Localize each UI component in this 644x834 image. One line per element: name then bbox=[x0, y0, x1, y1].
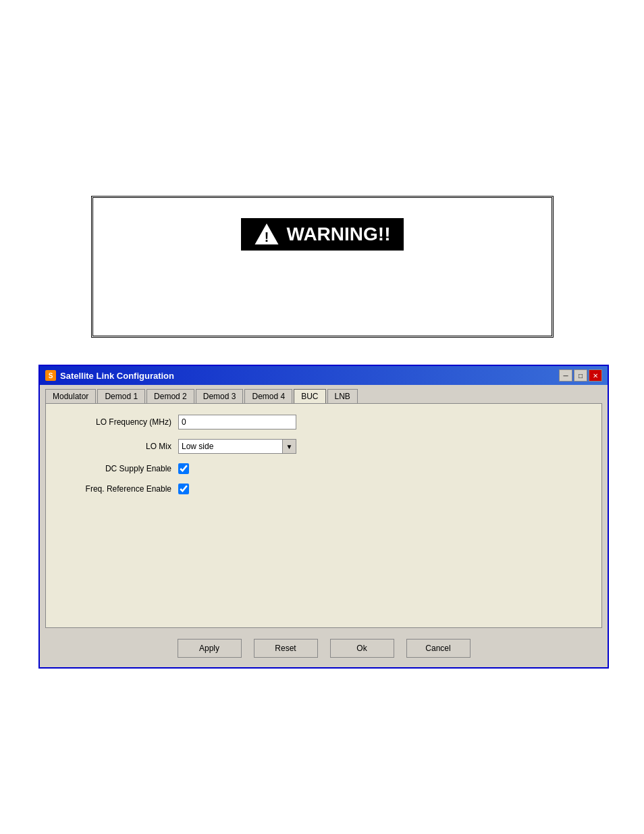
reset-button[interactable]: Reset bbox=[254, 639, 318, 658]
tab-lnb[interactable]: LNB bbox=[327, 389, 358, 403]
close-button[interactable]: ✕ bbox=[589, 369, 602, 382]
ok-button[interactable]: Ok bbox=[330, 639, 394, 658]
tab-buc[interactable]: BUC bbox=[294, 389, 325, 403]
tab-demod3[interactable]: Demod 3 bbox=[196, 389, 244, 403]
lo-mix-dropdown-arrow[interactable]: ▼ bbox=[282, 440, 296, 453]
maximize-button[interactable]: □ bbox=[574, 369, 587, 382]
titlebar-controls: ─ □ ✕ bbox=[559, 369, 602, 382]
tab-demod1[interactable]: Demod 1 bbox=[97, 389, 145, 403]
tab-demod4[interactable]: Demod 4 bbox=[244, 389, 292, 403]
tabs-area: Modulator Demod 1 Demod 2 Demod 3 Demod … bbox=[40, 385, 608, 403]
lo-mix-select[interactable]: Low side ▼ bbox=[178, 439, 296, 454]
dialog-icon: S bbox=[45, 370, 56, 381]
titlebar-left: S Satellite Link Configuration bbox=[45, 370, 174, 381]
lo-frequency-label: LO Frequency (MHz) bbox=[57, 417, 178, 427]
dialog-window: S Satellite Link Configuration ─ □ ✕ Mod… bbox=[38, 365, 609, 669]
tab-demod2[interactable]: Demod 2 bbox=[146, 389, 194, 403]
dc-supply-checkbox[interactable] bbox=[178, 463, 189, 474]
lo-mix-value: Low side bbox=[179, 440, 282, 452]
warning-triangle-icon: ! bbox=[254, 224, 279, 245]
freq-ref-row: Freq. Reference Enable bbox=[57, 484, 591, 494]
button-bar: Apply Reset Ok Cancel bbox=[40, 633, 608, 667]
warning-box: ! WARNING!! bbox=[91, 196, 554, 338]
warning-text: WARNING!! bbox=[287, 224, 391, 245]
dc-supply-label: DC Supply Enable bbox=[57, 464, 178, 473]
dc-supply-row: DC Supply Enable bbox=[57, 463, 591, 474]
dialog-title: Satellite Link Configuration bbox=[60, 371, 174, 381]
minimize-button[interactable]: ─ bbox=[559, 369, 572, 382]
lo-frequency-row: LO Frequency (MHz) bbox=[57, 415, 591, 429]
dialog-titlebar: S Satellite Link Configuration ─ □ ✕ bbox=[40, 366, 608, 385]
warning-banner: ! WARNING!! bbox=[241, 218, 404, 251]
svg-text:!: ! bbox=[264, 230, 269, 244]
freq-ref-checkbox[interactable] bbox=[178, 484, 189, 494]
content-panel: LO Frequency (MHz) LO Mix Low side ▼ DC … bbox=[45, 403, 602, 628]
lo-frequency-input[interactable] bbox=[178, 415, 296, 429]
freq-ref-label: Freq. Reference Enable bbox=[57, 484, 178, 494]
apply-button[interactable]: Apply bbox=[178, 639, 242, 658]
lo-mix-row: LO Mix Low side ▼ bbox=[57, 439, 591, 454]
cancel-button[interactable]: Cancel bbox=[406, 639, 471, 658]
lo-mix-label: LO Mix bbox=[57, 442, 178, 451]
tab-modulator[interactable]: Modulator bbox=[45, 389, 96, 403]
